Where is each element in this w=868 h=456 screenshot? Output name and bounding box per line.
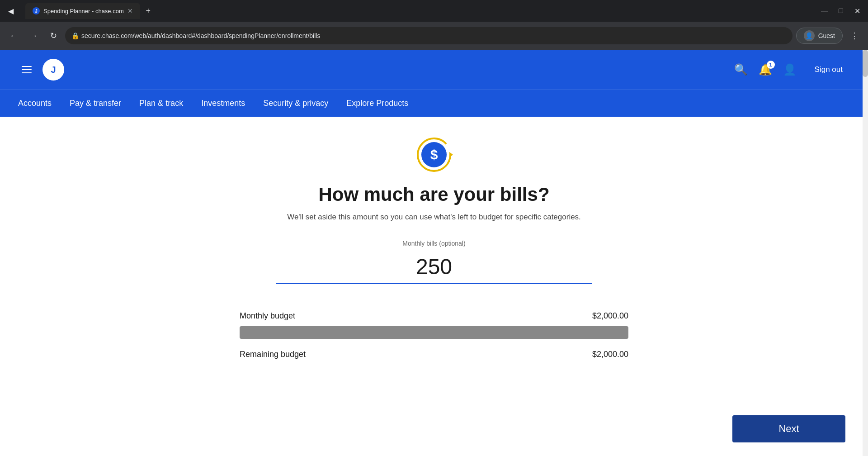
chase-logo[interactable]: J xyxy=(42,59,64,81)
prev-tab-btn[interactable]: ◀ xyxy=(4,4,18,18)
input-label: Monthly bills (optional) xyxy=(402,240,465,247)
hamburger-line-3 xyxy=(22,72,32,73)
hamburger-menu-btn[interactable] xyxy=(18,62,35,77)
account-btn[interactable]: 👤 xyxy=(783,63,797,76)
forward-btn[interactable]: → xyxy=(25,28,42,44)
svg-marker-1 xyxy=(449,152,453,157)
browser-toolbar: ← → ↻ 🔒 👤 Guest ⋮ xyxy=(0,22,868,50)
nav-item-security-privacy[interactable]: Security & privacy xyxy=(254,90,337,117)
notifications-btn[interactable]: 🔔 1 xyxy=(759,63,772,76)
progress-bar-container xyxy=(240,326,628,339)
lock-icon: 🔒 xyxy=(71,32,79,39)
nav-item-investments[interactable]: Investments xyxy=(192,90,254,117)
url-input[interactable] xyxy=(65,27,793,44)
tab-title: Spending Planner - chase.com xyxy=(43,8,124,14)
svg-text:$: $ xyxy=(430,147,438,162)
monthly-budget-label: Monthly budget xyxy=(240,311,295,321)
scrollbar-thumb[interactable] xyxy=(863,50,868,77)
hamburger-line-1 xyxy=(22,66,32,67)
reload-btn[interactable]: ↻ xyxy=(45,28,61,44)
back-btn[interactable]: ← xyxy=(5,28,22,44)
close-btn[interactable]: ✕ xyxy=(850,4,864,18)
nav-item-accounts[interactable]: Accounts xyxy=(18,90,61,117)
input-section: Monthly bills (optional) xyxy=(276,240,592,284)
sign-out-btn[interactable]: Sign out xyxy=(807,62,850,78)
monthly-budget-value: $2,000.00 xyxy=(592,311,628,321)
nav-item-explore-products[interactable]: Explore Products xyxy=(337,90,417,117)
bills-input-wrapper xyxy=(276,251,592,284)
page-subtitle: We'll set aside this amount so you can u… xyxy=(287,213,581,222)
active-tab[interactable]: J Spending Planner - chase.com ✕ xyxy=(25,3,140,19)
chase-header: J 🔍 🔔 1 👤 Sign out xyxy=(0,50,868,90)
remaining-budget-value: $2,000.00 xyxy=(592,350,628,359)
tab-close-btn[interactable]: ✕ xyxy=(127,7,133,14)
page-title: How much are your bills? xyxy=(318,184,549,205)
scrollbar[interactable] xyxy=(863,50,868,456)
tab-favicon: J xyxy=(33,7,40,14)
next-button[interactable]: Next xyxy=(732,415,845,442)
profile-button[interactable]: 👤 Guest xyxy=(796,28,843,44)
budget-section: Monthly budget $2,000.00 Remaining budge… xyxy=(240,311,628,359)
search-btn[interactable]: 🔍 xyxy=(734,63,748,76)
browser-titlebar: ◀ J Spending Planner - chase.com ✕ + — □… xyxy=(0,0,868,22)
logo-text: J xyxy=(51,65,56,75)
browser-menu-btn[interactable]: ⋮ xyxy=(846,28,863,44)
main-content: $ How much are your bills? We'll set asi… xyxy=(0,117,868,456)
profile-label: Guest xyxy=(818,32,835,39)
url-bar-container: 🔒 xyxy=(65,27,793,44)
minimize-btn[interactable]: — xyxy=(817,4,832,18)
chase-app: J 🔍 🔔 1 👤 Sign out Accounts Pay & transf… xyxy=(0,50,868,456)
monthly-budget-row: Monthly budget $2,000.00 xyxy=(240,311,628,321)
hamburger-line-2 xyxy=(22,69,32,70)
spending-planner-icon: $ xyxy=(414,135,454,175)
header-actions: 🔍 🔔 1 👤 Sign out xyxy=(734,62,850,78)
nav-item-plan-track[interactable]: Plan & track xyxy=(130,90,192,117)
nav-item-pay-transfer[interactable]: Pay & transfer xyxy=(61,90,130,117)
remaining-budget-label: Remaining budget xyxy=(240,350,306,359)
bills-input[interactable] xyxy=(276,251,592,284)
chase-navigation: Accounts Pay & transfer Plan & track Inv… xyxy=(0,90,868,117)
dollar-icon-container: $ xyxy=(414,135,454,175)
tab-bar: J Spending Planner - chase.com ✕ + xyxy=(22,3,158,19)
profile-icon: 👤 xyxy=(804,30,815,41)
notification-badge: 1 xyxy=(767,61,775,69)
remaining-budget-row: Remaining budget $2,000.00 xyxy=(240,350,628,359)
new-tab-button[interactable]: + xyxy=(142,5,155,17)
browser-chrome: ◀ J Spending Planner - chase.com ✕ + — □… xyxy=(0,0,868,50)
maximize-btn[interactable]: □ xyxy=(834,4,848,18)
